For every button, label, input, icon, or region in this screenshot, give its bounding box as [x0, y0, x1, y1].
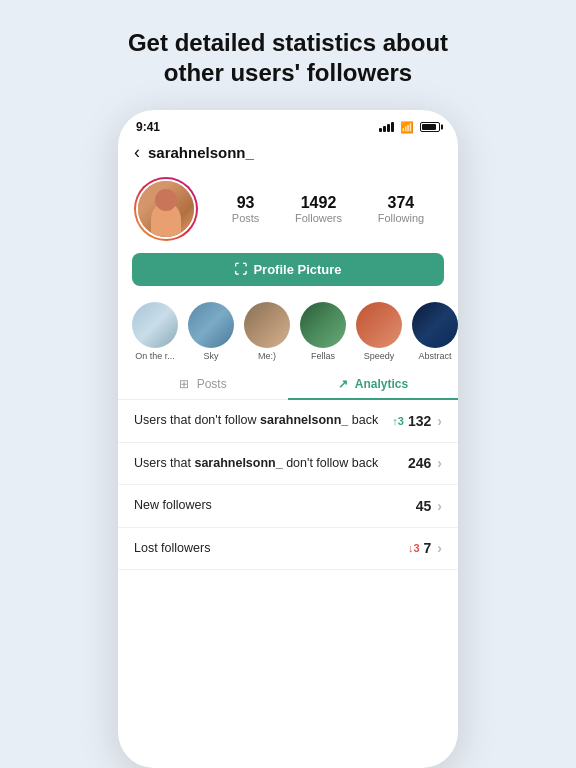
- story-label: Fellas: [311, 351, 335, 361]
- story-circle: [188, 302, 234, 348]
- stat-posts: 93 Posts: [232, 194, 260, 224]
- newfollowers-value: 45: [416, 498, 432, 514]
- story-item[interactable]: Fellas: [300, 302, 346, 361]
- tab-analytics-label: Analytics: [355, 377, 408, 391]
- profile-section: 93 Posts 1492 Followers 374 Following: [118, 171, 458, 253]
- analytics-row-notfollowing[interactable]: Users that sarahnelsonn_ don't follow ba…: [118, 443, 458, 486]
- tab-posts[interactable]: ⊞ Posts: [118, 369, 288, 399]
- story-circle: [300, 302, 346, 348]
- badge-up-icon: ↑3: [392, 415, 404, 427]
- chevron-right-icon: ›: [437, 498, 442, 514]
- analytics-row-right: 246 ›: [408, 455, 442, 471]
- chart-icon: ↗: [338, 377, 348, 391]
- phone-frame: 9:41 📶 ‹ sarahnelsonn_ 93 Posts: [118, 110, 458, 768]
- status-bar: 9:41 📶: [118, 110, 458, 138]
- chevron-right-icon: ›: [437, 413, 442, 429]
- story-label: Abstract: [418, 351, 451, 361]
- stories-row: On the r... Sky Me:) Fellas Speedy Abstr…: [118, 296, 458, 365]
- story-circle: [412, 302, 458, 348]
- stat-followers: 1492 Followers: [295, 194, 342, 224]
- following-label: Following: [378, 212, 424, 224]
- nav-bar: ‹ sarahnelsonn_: [118, 138, 458, 171]
- posts-label: Posts: [232, 212, 260, 224]
- tab-posts-label: Posts: [197, 377, 227, 391]
- stat-following: 374 Following: [378, 194, 424, 224]
- badge-down-icon: ↓3: [408, 542, 420, 554]
- avatar: [134, 177, 198, 241]
- story-item[interactable]: On the r...: [132, 302, 178, 361]
- story-item[interactable]: Sky: [188, 302, 234, 361]
- story-label: Me:): [258, 351, 276, 361]
- analytics-list: Users that don't follow sarahnelsonn_ ba…: [118, 400, 458, 570]
- analytics-row-text: Users that don't follow sarahnelsonn_ ba…: [134, 412, 392, 430]
- analytics-row-right: 45 ›: [416, 498, 442, 514]
- battery-icon: [420, 122, 440, 132]
- nonfollowers-value: 132: [408, 413, 431, 429]
- profile-picture-button[interactable]: ⛶ Profile Picture: [132, 253, 444, 286]
- analytics-row-right: ↓3 7 ›: [408, 540, 442, 556]
- status-icons: 📶: [379, 121, 440, 134]
- story-circle: [244, 302, 290, 348]
- followers-label: Followers: [295, 212, 342, 224]
- story-item[interactable]: Abstract: [412, 302, 458, 361]
- analytics-row-text: Users that sarahnelsonn_ don't follow ba…: [134, 455, 408, 473]
- posts-count: 93: [232, 194, 260, 212]
- time: 9:41: [136, 120, 160, 134]
- story-label: Speedy: [364, 351, 395, 361]
- signal-icon: [379, 122, 394, 132]
- analytics-row-newfollowers[interactable]: New followers 45 ›: [118, 485, 458, 528]
- wifi-icon: 📶: [400, 121, 414, 134]
- lostfollowers-value: 7: [424, 540, 432, 556]
- following-count: 374: [378, 194, 424, 212]
- back-button[interactable]: ‹: [134, 142, 140, 163]
- tab-analytics[interactable]: ↗ Analytics: [288, 369, 458, 399]
- chevron-right-icon: ›: [437, 540, 442, 556]
- grid-icon: ⊞: [179, 377, 189, 391]
- analytics-row-right: ↑3 132 ›: [392, 413, 442, 429]
- story-item[interactable]: Speedy: [356, 302, 402, 361]
- analytics-row-text: New followers: [134, 497, 416, 515]
- followers-count: 1492: [295, 194, 342, 212]
- story-circle: [356, 302, 402, 348]
- profile-btn-label: Profile Picture: [253, 262, 341, 277]
- tabs-row: ⊞ Posts ↗ Analytics: [118, 369, 458, 400]
- story-label: Sky: [203, 351, 218, 361]
- analytics-row-nonfollowers[interactable]: Users that don't follow sarahnelsonn_ ba…: [118, 400, 458, 443]
- analytics-row-text: Lost followers: [134, 540, 408, 558]
- story-item[interactable]: Me:): [244, 302, 290, 361]
- expand-icon: ⛶: [234, 262, 247, 277]
- story-label: On the r...: [135, 351, 175, 361]
- analytics-row-lostfollowers[interactable]: Lost followers ↓3 7 ›: [118, 528, 458, 571]
- story-circle: [132, 302, 178, 348]
- headline: Get detailed statistics about other user…: [88, 0, 488, 110]
- stats-row: 93 Posts 1492 Followers 374 Following: [214, 194, 442, 224]
- notfollowing-value: 246: [408, 455, 431, 471]
- chevron-right-icon: ›: [437, 455, 442, 471]
- profile-username: sarahnelsonn_: [148, 144, 254, 161]
